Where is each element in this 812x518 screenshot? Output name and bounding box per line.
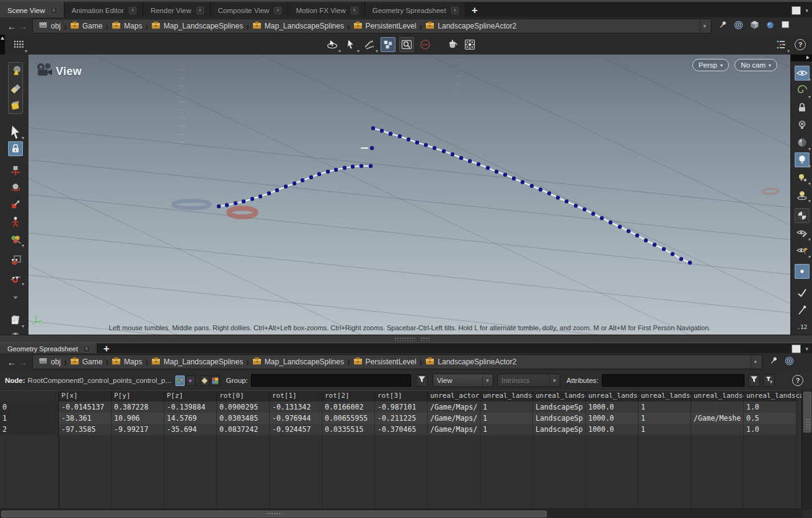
network-path-bar[interactable]: obj›Game›Maps›Map_LandscapeSplines›Map_L…	[32, 19, 712, 33]
translate-icon[interactable]	[8, 162, 23, 177]
tab-render-view[interactable]: Render Viewx	[143, 2, 211, 19]
tab-close-icon[interactable]: x	[129, 7, 136, 14]
pane-menu-chevron-icon[interactable]: ▾	[805, 7, 808, 14]
tab-composite-view[interactable]: Composite Viewx	[211, 2, 289, 19]
lighting-bulb-icon[interactable]: ▾	[795, 152, 810, 167]
column-header[interactable]: unreal_landsca	[480, 391, 533, 402]
network-path-bar[interactable]: obj›Game›Maps›Map_LandscapeSplines›Map_L…	[32, 354, 762, 369]
pose-icon[interactable]	[8, 214, 23, 229]
table-cell[interactable]: -0.211225	[375, 413, 428, 424]
table-cell[interactable]: 1	[638, 402, 691, 413]
table-cell[interactable]: /Game/Maps/	[428, 424, 480, 435]
column-header[interactable]: rot[3]	[375, 391, 428, 402]
column-header[interactable]: unreal_landsca	[638, 391, 691, 402]
row-index[interactable]: 0	[0, 402, 59, 413]
path-item-map_landscapesplines[interactable]: Map_LandscapeSplines	[148, 21, 246, 31]
needle-icon[interactable]	[795, 302, 810, 317]
env-light-icon[interactable]: ▾	[795, 187, 810, 202]
table-cell[interactable]: -0.139884	[164, 402, 217, 413]
primitives-level-icon[interactable]	[200, 375, 210, 386]
path-dropdown-icon[interactable]: ▾	[751, 355, 759, 369]
intrinsics-dropdown[interactable]: Intrinsics▾	[497, 374, 560, 387]
table-cell[interactable]: 1000.0	[586, 402, 638, 413]
persp-button[interactable]: Persp▾	[692, 59, 729, 71]
table-cell[interactable]: 0.00655955	[322, 413, 375, 424]
forward-arrow-icon[interactable]: →	[17, 357, 29, 367]
table-cell[interactable]	[691, 424, 744, 435]
snap-multi-icon[interactable]: ▾	[8, 270, 23, 285]
table-cell[interactable]: 1	[638, 413, 691, 424]
view-tumble-icon[interactable]: ▾	[325, 37, 340, 52]
column-header[interactable]: unreal_actor_p	[428, 391, 480, 402]
node-value[interactable]: RootComponent0_control_points_control_p.…	[28, 377, 175, 384]
table-cell[interactable]: -0.131342	[270, 402, 322, 413]
snap-box-icon[interactable]	[8, 98, 23, 113]
table-row[interactable]: 1-38.36110.90614.57690.0303485-0.9769440…	[0, 413, 797, 424]
horizontal-scroll-thumb[interactable]	[1, 511, 547, 517]
index-column-header[interactable]	[0, 391, 59, 402]
tab-close-icon[interactable]: x	[274, 7, 281, 14]
group-input[interactable]	[251, 374, 411, 387]
table-cell[interactable]: 0.0900295	[217, 402, 270, 413]
flipbook-icon[interactable]: ▾	[8, 312, 23, 327]
detail-level-icon[interactable]	[211, 375, 220, 386]
cube-icon[interactable]	[749, 20, 760, 33]
attributes-input[interactable]	[602, 374, 744, 387]
column-header[interactable]: unreal_landsca	[691, 391, 744, 402]
pin-icon[interactable]	[769, 356, 779, 368]
sphere-icon[interactable]	[766, 20, 775, 32]
show-handles-icon[interactable]	[8, 63, 23, 78]
gear-panel-icon[interactable]	[462, 37, 477, 52]
vertices-level-icon[interactable]	[186, 375, 195, 386]
order-list-icon[interactable]: ▾	[774, 37, 788, 52]
point-numbers-icon[interactable]: .12	[795, 320, 810, 335]
lock-camera-icon[interactable]	[795, 100, 810, 115]
handles-diamond-icon[interactable]	[8, 81, 23, 95]
table-cell[interactable]: 1	[480, 402, 533, 413]
vertical-scrollbar[interactable]	[801, 390, 812, 509]
table-cell[interactable]: -38.361	[59, 413, 112, 424]
table-cell[interactable]: 0.0837242	[217, 424, 270, 435]
grid-dots-icon[interactable]: ▾	[11, 37, 26, 52]
table-cell[interactable]: -0.976944	[270, 413, 322, 424]
right-stowbar-icon[interactable]	[791, 55, 812, 61]
row-index[interactable]: 2	[0, 424, 59, 435]
table-cell[interactable]: /Game/Maps/	[428, 402, 480, 413]
eye-pencil-icon[interactable]: ▾	[795, 226, 810, 240]
add-light-icon[interactable]: ▾	[795, 170, 810, 185]
tab-close-icon[interactable]: x	[351, 7, 358, 14]
transform-handles-icon[interactable]: ▾	[362, 37, 377, 52]
column-header[interactable]: unreal_landsca	[586, 391, 638, 402]
select-arrow-icon[interactable]: ▾	[8, 124, 23, 139]
path-item-map_landscapesplines[interactable]: Map_LandscapeSplines	[249, 357, 347, 367]
snap-magnet-icon[interactable]	[8, 253, 23, 268]
table-cell[interactable]: 0.0303485	[217, 413, 270, 424]
table-cell[interactable]: 0.0335515	[322, 424, 375, 435]
column-header[interactable]: rot[0]	[217, 391, 270, 402]
select-cursor-icon[interactable]: ▾	[343, 37, 358, 52]
table-cell[interactable]: /Game/Maps/	[428, 413, 480, 424]
table-cell[interactable]: 0.0166002	[322, 402, 375, 413]
table-cell[interactable]: 1000.0	[586, 424, 638, 435]
pin-icon[interactable]	[718, 20, 728, 32]
eye-flag-icon[interactable]: ▾	[795, 243, 810, 258]
viewport-3d[interactable]: View Persp▾ No cam▾ Left mouse tumbles. …	[29, 55, 791, 335]
target-icon[interactable]	[733, 20, 744, 33]
path-item-persistentlevel[interactable]: PersistentLevel	[350, 357, 420, 367]
table-cell[interactable]: -35.694	[164, 424, 217, 435]
table-cell[interactable]: 1000.0	[586, 413, 638, 424]
stowbar-icon[interactable]	[0, 35, 5, 55]
column-header[interactable]: P[x]	[59, 391, 112, 402]
table-row[interactable]: 0-0.01451370.387228-0.1398840.0900295-0.…	[0, 402, 797, 413]
no-lights-icon[interactable]	[795, 118, 810, 133]
column-header[interactable]: rot[2]	[322, 391, 375, 402]
tab-geometry-spreadsheet[interactable]: Geometry Spreadsheetx	[365, 2, 466, 19]
display-points-icon[interactable]	[795, 264, 810, 279]
no-operation-icon[interactable]	[418, 37, 433, 52]
no-cam-button[interactable]: No cam▾	[735, 59, 777, 71]
table-cell[interactable]: 0.387228	[112, 402, 164, 413]
attributes-filter-button[interactable]	[748, 374, 760, 387]
path-item-game[interactable]: Game	[67, 21, 106, 31]
box-zoom-icon[interactable]	[399, 37, 414, 52]
table-cell[interactable]: -0.0145137	[59, 402, 112, 413]
